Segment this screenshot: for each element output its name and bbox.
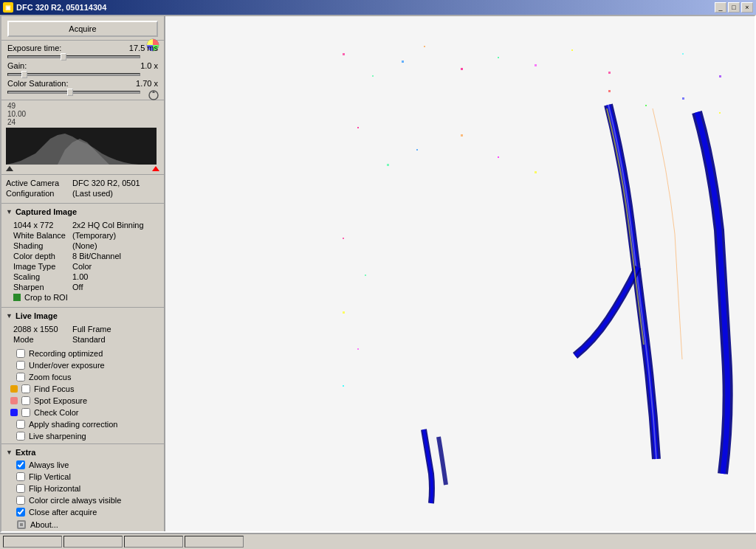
recording-optimized-check[interactable] <box>16 349 25 358</box>
color-depth-value: 8 Bit/Channel <box>72 252 121 260</box>
live-sharpening-check[interactable] <box>16 432 25 441</box>
svg-rect-24 <box>645 105 647 106</box>
spot-exposure-dot <box>10 397 18 404</box>
svg-rect-19 <box>719 75 721 77</box>
histogram-val-2: 10.00 <box>7 110 159 118</box>
status-panel-1 <box>3 536 62 548</box>
about-label[interactable]: About... <box>30 520 58 529</box>
color-depth-label: Color depth <box>13 252 72 260</box>
flip-horizontal-check[interactable] <box>16 484 25 493</box>
histogram-val-3: 24 <box>7 118 159 126</box>
status-panel-3 <box>124 536 183 548</box>
svg-rect-41 <box>343 238 344 239</box>
apply-shading-check[interactable] <box>16 420 25 429</box>
gain-thumb[interactable] <box>21 71 27 78</box>
svg-rect-43 <box>343 311 345 314</box>
always-live-check[interactable] <box>16 460 25 469</box>
find-focus-check[interactable] <box>21 384 30 393</box>
svg-rect-23 <box>608 90 611 92</box>
saturation-slider[interactable] <box>7 91 140 94</box>
gain-label: Gain: <box>7 61 74 70</box>
svg-rect-10 <box>372 75 374 77</box>
svg-rect-7 <box>20 523 23 526</box>
refresh-icon[interactable] <box>148 89 159 101</box>
close-after-acquire-check[interactable] <box>16 508 25 517</box>
captured-image-title: Captured Image <box>16 207 77 216</box>
svg-rect-18 <box>682 53 684 55</box>
acquire-section: Acquire <box>1 16 164 41</box>
active-camera-row: Active Camera DFC 320 R2, 0501 <box>6 178 159 188</box>
black-point-marker[interactable] <box>6 166 13 171</box>
svg-rect-17 <box>608 72 611 74</box>
color-circle-check[interactable] <box>16 496 25 505</box>
check-color-row: Check Color <box>1 407 164 418</box>
recording-optimized-label: Recording optimized <box>29 349 103 358</box>
svg-rect-9 <box>343 53 345 55</box>
find-focus-dot <box>10 385 18 393</box>
gain-slider[interactable] <box>7 73 140 76</box>
resolution-label: 1044 x 772 <box>13 221 72 229</box>
svg-rect-42 <box>365 274 366 276</box>
captured-image-header[interactable]: ▼ Captured Image <box>1 205 164 218</box>
saturation-thumb[interactable] <box>67 89 73 96</box>
info-section: Active Camera DFC 320 R2, 0501 Configura… <box>1 175 164 201</box>
captured-image-toggle: ▼ <box>6 208 13 215</box>
histogram-numbers: 49 10.00 24 <box>6 102 159 126</box>
exposure-thumb[interactable] <box>61 53 66 61</box>
svg-rect-14 <box>498 57 499 58</box>
image-type-value: Color <box>72 262 92 271</box>
white-balance-row: White Balance (Temporary) <box>13 230 158 241</box>
close-after-acquire-row: Close after acquire <box>1 506 164 518</box>
svg-rect-8 <box>165 16 755 531</box>
color-depth-row: Color depth 8 Bit/Channel <box>13 251 158 261</box>
acquire-button[interactable]: Acquire <box>7 21 158 37</box>
flip-horizontal-row: Flip Horizontal <box>1 483 164 494</box>
resolution-row: 1044 x 772 2x2 HQ Col Binning <box>13 220 158 230</box>
live-resolution-row: 2088 x 1550 Full Frame <box>13 324 158 334</box>
spot-exposure-check[interactable] <box>21 396 30 405</box>
extra-header[interactable]: ▼ Extra <box>1 446 164 459</box>
separator-2 <box>1 307 164 308</box>
flip-vertical-row: Flip Vertical <box>1 471 164 483</box>
svg-rect-31 <box>357 127 359 128</box>
spot-exposure-label: Spot Exposure <box>34 396 87 405</box>
exposure-slider[interactable] <box>7 55 140 58</box>
minimize-button[interactable]: _ <box>715 2 726 13</box>
flip-horizontal-label: Flip Horizontal <box>29 484 80 493</box>
configuration-value: (Last used) <box>72 189 159 198</box>
svg-rect-16 <box>571 49 573 51</box>
configuration-label: Configuration <box>6 189 72 198</box>
svg-rect-15 <box>535 64 537 66</box>
about-row: About... <box>1 518 164 531</box>
sliders-section: Exposure time: 17.5 ms Gain: 1.0 x Color… <box>1 41 164 100</box>
image-area <box>165 16 755 531</box>
under-over-exposure-label: Under/over exposure <box>29 361 105 370</box>
maximize-button[interactable]: □ <box>728 2 740 13</box>
configuration-row: Configuration (Last used) <box>6 188 159 198</box>
check-color-check[interactable] <box>21 408 30 417</box>
live-mode-label: Mode <box>13 335 72 344</box>
apply-shading-row: Apply shading correction <box>1 418 164 430</box>
under-over-exposure-check[interactable] <box>16 361 25 370</box>
live-image-header[interactable]: ▼ Live Image <box>1 309 164 322</box>
saturation-value: 1.70 x <box>121 79 158 88</box>
zoom-focus-check[interactable] <box>16 373 25 381</box>
svg-rect-36 <box>535 171 537 173</box>
white-point-marker[interactable] <box>152 166 159 171</box>
check-color-dot <box>10 409 18 416</box>
histogram-section: 49 10.00 24 <box>1 100 164 175</box>
active-camera-label: Active Camera <box>6 179 72 187</box>
always-live-label: Always live <box>29 460 69 469</box>
live-sharpening-row: Live sharpening <box>1 430 164 442</box>
svg-rect-11 <box>402 61 404 63</box>
shading-value: (None) <box>72 241 97 250</box>
exposure-row: Exposure time: 17.5 ms <box>7 44 158 52</box>
flip-vertical-check[interactable] <box>16 472 25 481</box>
left-panel: Acquire Exposure time: 17.5 ms Gain <box>1 16 165 531</box>
status-panel-2 <box>63 536 123 548</box>
live-resolution-label: 2088 x 1550 <box>13 325 72 334</box>
close-button[interactable]: × <box>741 2 753 13</box>
extra-toggle: ▼ <box>6 449 13 456</box>
image-type-label: Image Type <box>13 262 72 271</box>
exposure-value: 17.5 ms <box>121 44 158 52</box>
